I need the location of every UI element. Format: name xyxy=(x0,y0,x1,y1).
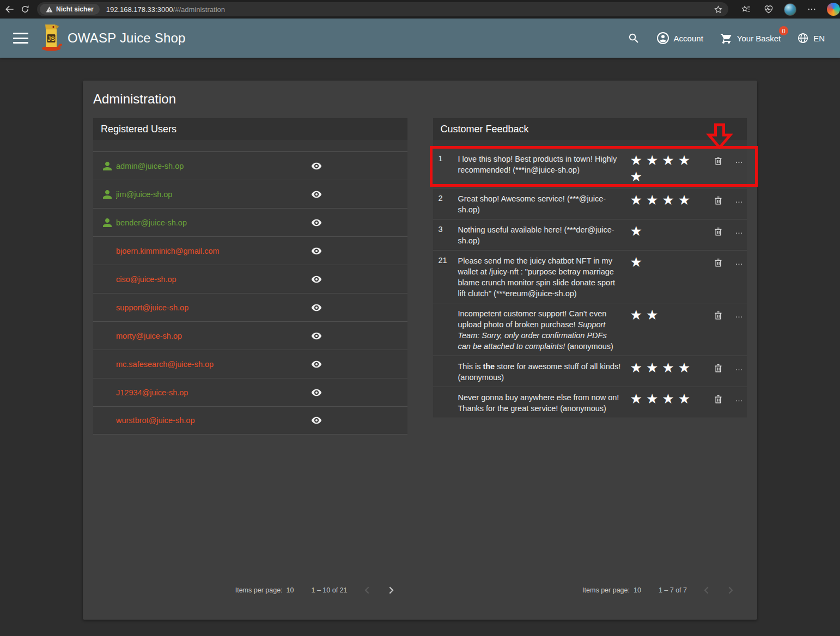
eye-icon xyxy=(311,331,322,341)
star-icon: ★ xyxy=(630,254,642,270)
account-button[interactable]: Account xyxy=(651,27,709,49)
feedback-id: 1 xyxy=(439,152,458,163)
delete-feedback-button[interactable] xyxy=(712,223,725,237)
user-row: jim@juice-sh.op xyxy=(93,180,407,208)
svg-text:JS: JS xyxy=(47,35,54,42)
person-icon xyxy=(93,160,116,173)
feedback-comment: Never gonna buy anywhere else from now o… xyxy=(458,391,622,414)
basket-count-badge: 0 xyxy=(779,26,788,35)
copilot-icon[interactable] xyxy=(827,3,840,16)
page-range-label: 1 – 7 of 7 xyxy=(659,586,687,594)
user-row: J12934@juice-sh.op xyxy=(93,378,407,406)
feedback-row: 1I love this shop! Best products in town… xyxy=(433,149,747,188)
user-row: bender@juice-sh.op xyxy=(93,208,407,236)
feedback-row: 3Nothing useful available here! (***der@… xyxy=(433,219,747,250)
feedback-rating: ★★★★ xyxy=(630,360,696,375)
delete-feedback-button[interactable] xyxy=(712,152,725,166)
star-icon: ★ xyxy=(646,307,658,322)
inspect-user-button[interactable] xyxy=(310,246,323,256)
basket-button[interactable]: Your Basket 0 xyxy=(714,27,786,49)
delete-feedback-button[interactable] xyxy=(712,307,725,321)
user-email: morty@juice-sh.op xyxy=(116,332,310,340)
security-chip[interactable]: Nicht sicher xyxy=(40,4,100,15)
browser-menu-icon[interactable] xyxy=(804,2,819,17)
language-button[interactable]: EN xyxy=(792,28,830,48)
ellipsis-icon xyxy=(735,229,743,237)
inspect-user-button[interactable] xyxy=(310,331,323,341)
star-icon: ★ xyxy=(646,192,658,207)
account-icon xyxy=(656,32,669,45)
delete-icon xyxy=(713,363,723,374)
inspect-user-button[interactable] xyxy=(310,274,323,285)
page-size-select[interactable]: 10 xyxy=(634,586,641,594)
ellipsis-icon xyxy=(735,313,743,321)
feedback-row: 21Please send me the juicy chatbot NFT i… xyxy=(433,250,747,303)
feedback-id: 2 xyxy=(439,192,458,203)
eye-icon xyxy=(311,415,322,426)
inspect-user-button[interactable] xyxy=(310,217,323,228)
feedback-row: Never gonna buy anywhere else from now o… xyxy=(433,387,747,418)
delete-feedback-button[interactable] xyxy=(712,360,725,374)
star-icon: ★ xyxy=(678,152,690,168)
user-email: mc.safesearch@juice-sh.op xyxy=(116,360,310,369)
menu-icon[interactable] xyxy=(13,33,28,44)
prev-page-button[interactable] xyxy=(355,578,379,602)
back-icon[interactable] xyxy=(2,2,17,17)
feedback-id xyxy=(439,391,458,393)
next-page-button[interactable] xyxy=(379,578,403,602)
delete-feedback-button[interactable] xyxy=(712,192,725,206)
delete-feedback-button[interactable] xyxy=(712,391,725,405)
star-icon: ★ xyxy=(678,360,690,375)
feedback-rating: ★★★★ xyxy=(630,391,696,406)
delete-icon xyxy=(713,195,723,206)
customer-feedback-title: Customer Feedback xyxy=(441,124,529,135)
star-icon: ★ xyxy=(630,223,642,238)
star-icon: ★ xyxy=(646,360,658,375)
inspect-user-button[interactable] xyxy=(310,359,323,370)
address-bar[interactable]: Nicht sicher 192.168.178.33:3000/#/admin… xyxy=(37,2,728,16)
inspect-user-button[interactable] xyxy=(310,415,323,426)
page-size-select[interactable]: 10 xyxy=(287,586,294,594)
user-email: jim@juice-sh.op xyxy=(116,190,310,199)
feedback-row: Incompetent customer support! Can't even… xyxy=(433,303,747,356)
eye-icon xyxy=(311,302,322,313)
favorites-icon[interactable] xyxy=(738,2,753,17)
app-header: JS OWASP Juice Shop Account Your Basket … xyxy=(0,19,840,58)
feedback-ellipsis xyxy=(733,360,746,374)
inspect-user-button[interactable] xyxy=(310,189,323,200)
feedback-comment: Great shop! Awesome service! (***@juice-… xyxy=(458,192,622,215)
eye-icon xyxy=(311,274,322,285)
star-icon: ★ xyxy=(630,307,642,322)
eye-icon xyxy=(311,217,322,228)
inspect-user-button[interactable] xyxy=(310,302,323,313)
feedback-row: 2Great shop! Awesome service! (***@juice… xyxy=(433,188,747,219)
page-range-label: 1 – 10 of 21 xyxy=(311,586,347,594)
browser-essentials-icon[interactable] xyxy=(761,2,776,17)
delete-icon xyxy=(713,258,723,268)
url-text: 192.168.178.33:3000/#/administration xyxy=(106,5,225,14)
profile-avatar[interactable] xyxy=(784,3,796,16)
search-button[interactable] xyxy=(622,28,646,49)
ellipsis-icon xyxy=(735,365,743,374)
star-icon: ★ xyxy=(662,360,674,375)
delete-feedback-button[interactable] xyxy=(712,254,725,268)
next-page-button[interactable] xyxy=(719,578,742,602)
registered-users-title: Registered Users xyxy=(101,124,176,135)
feedback-ellipsis xyxy=(733,391,746,405)
user-email: bender@juice-sh.op xyxy=(116,218,310,227)
inspect-user-button[interactable] xyxy=(310,161,323,172)
security-label: Nicht sicher xyxy=(56,5,94,13)
star-icon: ★ xyxy=(630,152,642,168)
user-email: support@juice-sh.op xyxy=(116,303,310,312)
reload-icon[interactable] xyxy=(17,2,33,17)
prev-page-button[interactable] xyxy=(695,578,719,602)
user-email: admin@juice-sh.op xyxy=(116,162,310,170)
star-icon: ★ xyxy=(646,391,658,406)
eye-icon xyxy=(311,161,322,172)
inspect-user-button[interactable] xyxy=(310,387,323,398)
feedback-rating: ★★ xyxy=(630,307,696,322)
star-icon: ★ xyxy=(662,192,674,207)
bookmark-star-icon[interactable] xyxy=(714,5,723,14)
feedback-comment: Nothing useful available here! (***der@j… xyxy=(458,223,622,246)
star-icon: ★ xyxy=(662,391,674,406)
